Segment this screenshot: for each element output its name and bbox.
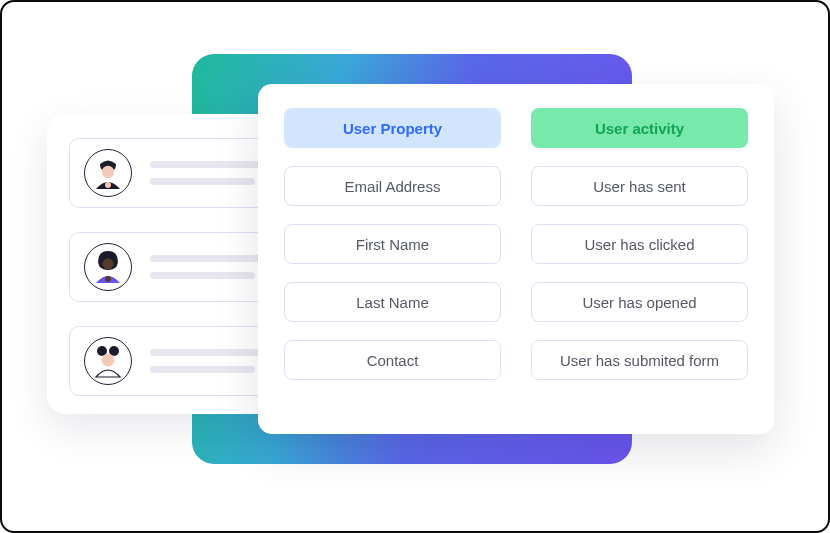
person-icon <box>90 249 126 285</box>
activity-option-opened[interactable]: User has opened <box>531 282 748 322</box>
user-activity-header[interactable]: User activity <box>531 108 748 148</box>
person-icon <box>90 155 126 191</box>
placeholder-line <box>150 272 255 279</box>
placeholder-line <box>150 366 255 373</box>
activity-option-clicked[interactable]: User has clicked <box>531 224 748 264</box>
svg-point-1 <box>105 182 111 188</box>
user-property-header[interactable]: User Property <box>284 108 501 148</box>
selector-card: User Property Email Address First Name L… <box>258 84 774 434</box>
canvas: User Property Email Address First Name L… <box>0 0 830 533</box>
person-icon <box>90 343 126 379</box>
placeholder-line <box>150 178 255 185</box>
property-option-contact[interactable]: Contact <box>284 340 501 380</box>
property-option-last-name[interactable]: Last Name <box>284 282 501 322</box>
svg-point-2 <box>103 259 114 270</box>
property-option-first-name[interactable]: First Name <box>284 224 501 264</box>
svg-point-0 <box>102 166 114 178</box>
avatar <box>84 337 132 385</box>
avatar <box>84 243 132 291</box>
avatar <box>84 149 132 197</box>
user-activity-column: User activity User has sent User has cli… <box>531 108 748 412</box>
svg-point-6 <box>102 354 115 367</box>
activity-option-submitted[interactable]: User has submited form <box>531 340 748 380</box>
activity-option-sent[interactable]: User has sent <box>531 166 748 206</box>
svg-point-3 <box>105 276 111 282</box>
property-option-email[interactable]: Email Address <box>284 166 501 206</box>
user-property-column: User Property Email Address First Name L… <box>284 108 501 412</box>
